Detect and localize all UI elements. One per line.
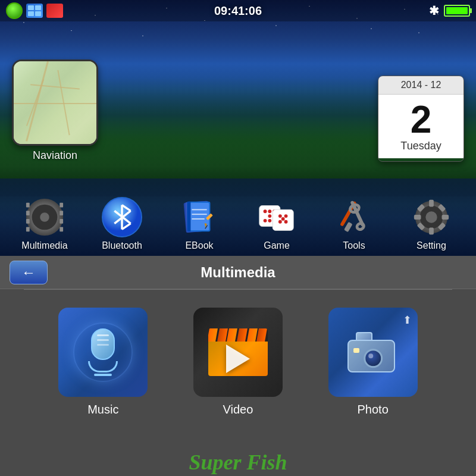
status-icon-1	[6, 2, 23, 19]
camera-hump	[356, 332, 372, 340]
cal-body: 2 Tuesday	[378, 95, 464, 158]
status-right-icons: ✱	[429, 4, 470, 18]
mic-base	[94, 374, 112, 376]
svg-point-41	[281, 217, 285, 221]
back-button[interactable]: ←	[10, 261, 48, 284]
camera-flash	[353, 348, 359, 353]
upload-icon: ⬆	[403, 314, 412, 327]
svg-point-32	[264, 209, 267, 213]
svg-point-40	[284, 220, 288, 224]
clap-stripe-3	[227, 328, 237, 342]
camera-lens	[364, 349, 383, 368]
status-left-icons	[6, 2, 63, 19]
setting-label: Setting	[416, 240, 446, 251]
back-arrow: ←	[21, 264, 36, 281]
svg-rect-43	[344, 222, 353, 232]
cal-date: 2	[411, 101, 432, 139]
media-video[interactable]: Video	[190, 308, 286, 416]
svg-point-33	[264, 219, 267, 223]
clapboard	[208, 328, 268, 376]
mic-shape	[87, 328, 120, 376]
status-icon-2	[26, 4, 43, 18]
game-icon-img	[256, 196, 298, 238]
cal-day: Tuesday	[400, 140, 441, 152]
bluetooth-icon-img	[101, 196, 143, 238]
status-icon-3	[46, 4, 63, 18]
setting-icon-img	[411, 196, 452, 238]
app-ebook[interactable]: EBook	[168, 196, 231, 251]
app-setting[interactable]: Setting	[400, 196, 463, 251]
multimedia-label: Multimedia	[21, 240, 67, 251]
svg-rect-4	[26, 211, 30, 215]
media-photo[interactable]: ⬆ Photo	[325, 308, 421, 416]
nav-map-inner	[14, 61, 96, 144]
bluetooth-status-icon: ✱	[429, 4, 439, 18]
ebook-svg	[179, 197, 220, 237]
music-label: Music	[87, 403, 118, 416]
watermark: Super Fish	[189, 450, 287, 475]
app-icon-row: Multimedia	[0, 196, 476, 256]
tools-label: Tools	[343, 240, 365, 251]
top-widgets: Naviation 2014 - 12 2 Tuesday	[0, 60, 476, 162]
clap-body	[208, 342, 268, 376]
svg-rect-5	[26, 219, 30, 224]
video-label: Video	[223, 403, 253, 416]
svg-rect-21	[187, 202, 191, 232]
multimedia-title: Multimedia	[201, 264, 275, 281]
multimedia-header: ← Multimedia	[0, 256, 476, 289]
svg-point-46	[356, 223, 365, 231]
app-game[interactable]: Game	[246, 196, 308, 251]
svg-rect-20	[189, 203, 209, 231]
navigation-widget[interactable]: Naviation	[12, 60, 98, 162]
video-icon	[193, 308, 283, 397]
svg-rect-50	[429, 200, 434, 207]
tools-icon-img	[333, 196, 375, 238]
nav-label: Naviation	[33, 149, 77, 162]
svg-rect-52	[414, 215, 421, 220]
svg-point-2	[40, 212, 49, 222]
svg-rect-51	[429, 227, 434, 234]
setting-svg	[411, 197, 452, 237]
ebook-label: EBook	[185, 240, 213, 251]
multimedia-icon-img	[24, 196, 65, 238]
calendar-widget[interactable]: 2014 - 12 2 Tuesday	[378, 76, 464, 162]
mic-body	[91, 328, 115, 360]
map-road-1	[26, 61, 49, 142]
camera-body	[347, 340, 395, 372]
clap-stripe-2	[217, 328, 228, 342]
svg-point-37	[278, 214, 282, 218]
media-music[interactable]: Music	[55, 308, 151, 416]
tools-svg	[334, 197, 374, 237]
clap-top	[208, 328, 268, 342]
app-tools[interactable]: Tools	[323, 196, 386, 251]
battery-fill	[446, 7, 468, 14]
music-icon	[58, 308, 148, 397]
bluetooth-label: Bluetooth	[102, 240, 142, 251]
ebook-icon-img	[178, 196, 220, 238]
svg-rect-8	[60, 211, 63, 215]
svg-point-30	[268, 214, 271, 218]
svg-rect-6	[26, 227, 30, 232]
multimedia-grid: Music Video	[0, 290, 476, 428]
multimedia-svg	[24, 197, 65, 237]
photo-label: Photo	[358, 403, 389, 416]
app-multimedia[interactable]: Multimedia	[14, 196, 76, 251]
app-bluetooth[interactable]: Bluetooth	[91, 196, 154, 251]
clap-stripe-1	[208, 328, 218, 342]
mic-stand	[88, 361, 118, 372]
svg-point-29	[268, 209, 271, 213]
cal-container: 2014 - 12 2 Tuesday	[378, 76, 464, 162]
status-time: 09:41:06	[214, 4, 262, 18]
game-label: Game	[264, 240, 290, 251]
camera-shape	[347, 332, 398, 372]
svg-point-38	[278, 220, 282, 224]
map-road-2	[14, 103, 96, 104]
bottom-section: ← Multimedia Super Fish Music	[0, 256, 476, 476]
svg-rect-3	[26, 203, 30, 208]
svg-point-39	[284, 214, 288, 218]
svg-rect-53	[441, 215, 449, 220]
photo-icon: ⬆	[328, 308, 418, 397]
clap-stripe-4	[237, 328, 248, 342]
status-bar: 09:41:06 ✱	[0, 0, 476, 21]
svg-rect-10	[60, 227, 63, 232]
